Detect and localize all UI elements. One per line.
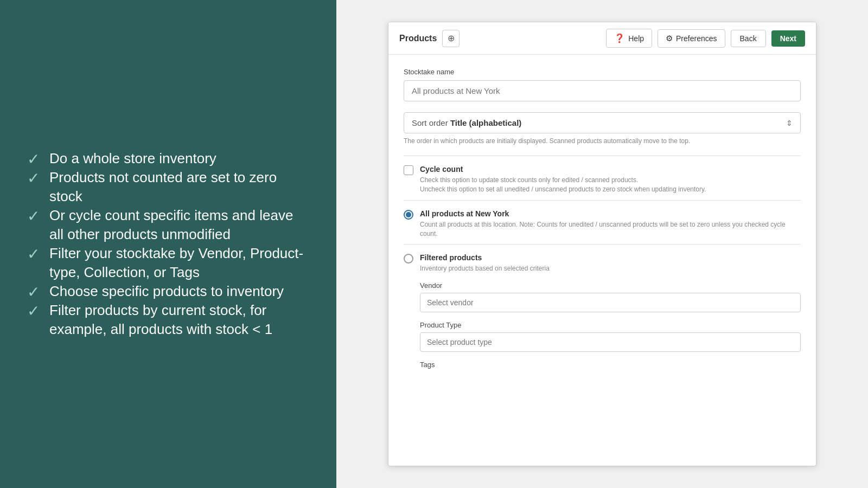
sort-hint-text: The order in which products are initiall… [404,137,801,146]
cycle-count-section: Cycle count Check this option to update … [404,165,801,195]
preferences-button[interactable]: ⚙ Preferences [658,29,725,48]
checkmark-icon: ✓ [27,150,40,168]
checkmark-icon: ✓ [27,169,40,187]
divider-2 [404,200,801,201]
item-text: Filter products by current stock, for ex… [49,301,309,339]
cycle-count-content: Cycle count Check this option to update … [420,165,706,195]
cycle-count-label: Cycle count [420,165,706,174]
help-label: Help [628,34,644,43]
left-list-item: ✓ Choose specific products to inventory [27,282,309,301]
item-text: Choose specific products to inventory [49,282,284,301]
header-left: Products ⊕ [399,30,459,47]
filtered-products-row: Filtered products Inventory products bas… [404,253,801,273]
products-tab-label[interactable]: Products [399,34,437,43]
checkmark-icon: ✓ [27,302,40,320]
product-type-input[interactable] [420,332,801,352]
product-type-label: Product Type [420,321,801,329]
modal-header: Products ⊕ ❓ Help ⚙ Preferences Back Nex… [388,22,816,55]
sort-arrows-icon: ⇕ [786,119,793,127]
vendor-label: Vendor [420,281,801,290]
gear-icon: ⚙ [666,34,673,43]
radio-inner-dot [406,212,411,217]
checkmark-icon: ✓ [27,207,40,225]
left-panel: ✓ Do a whole store inventory ✓ Products … [0,0,336,488]
left-list-item: ✓ Products not counted are set to zero s… [27,168,309,206]
filtered-products-desc: Inventory products based on selected cri… [420,264,550,273]
filtered-products-label: Filtered products [420,253,550,262]
left-list-item: ✓ Filter your stocktake by Vendor, Produ… [27,244,309,282]
item-text: Products not counted are set to zero sto… [49,168,309,206]
all-products-content: All products at New York Count all produ… [420,209,801,239]
left-list-item: ✓ Do a whole store inventory [27,149,309,168]
all-products-desc: Count all products at this location. Not… [420,220,801,239]
cycle-count-checkbox[interactable] [404,165,413,175]
cycle-count-row: Cycle count Check this option to update … [404,165,801,195]
vendor-input[interactable] [420,293,801,312]
item-text: Filter your stocktake by Vendor, Product… [49,244,309,282]
all-products-row: All products at New York Count all produ… [404,209,801,239]
sort-order-value: Title (alphabetical) [450,118,521,127]
add-tab-icon[interactable]: ⊕ [442,30,459,47]
help-icon: ❓ [614,33,625,43]
checkmark-icon: ✓ [27,283,40,301]
cycle-count-desc: Check this option to update stock counts… [420,176,706,195]
modal-body: Stocktake name Sort order Title (alphabe… [388,55,816,466]
left-list-item: ✓ Or cycle count specific items and leav… [27,206,309,244]
checkmark-icon: ✓ [27,245,40,263]
right-panel: Products ⊕ ❓ Help ⚙ Preferences Back Nex… [336,0,868,488]
header-right: ❓ Help ⚙ Preferences Back Next [606,29,805,48]
modal: Products ⊕ ❓ Help ⚙ Preferences Back Nex… [388,22,816,466]
filtered-products-content: Filtered products Inventory products bas… [420,253,550,273]
filtered-products-radio[interactable] [404,254,413,264]
preferences-label: Preferences [676,34,717,43]
item-text: Or cycle count specific items and leave … [49,206,309,244]
help-button[interactable]: ❓ Help [606,29,652,48]
divider-1 [404,156,801,156]
divider-3 [404,244,801,245]
filtered-products-section: Filtered products Inventory products bas… [404,253,801,368]
filter-fields: Vendor Product Type Tags [420,281,801,369]
stocktake-name-input[interactable] [404,80,801,101]
stocktake-name-label: Stocktake name [404,68,801,76]
sort-order-row[interactable]: Sort order Title (alphabetical) ⇕ [404,112,801,133]
left-list-item: ✓ Filter products by current stock, for … [27,301,309,339]
back-button[interactable]: Back [731,30,766,47]
all-products-radio[interactable] [404,210,413,220]
sort-order-text: Sort order Title (alphabetical) [412,118,521,127]
next-button[interactable]: Next [771,30,805,47]
all-products-section: All products at New York Count all produ… [404,209,801,239]
all-products-label: All products at New York [420,209,801,218]
item-text: Do a whole store inventory [49,149,216,168]
tags-label: Tags [420,361,801,369]
